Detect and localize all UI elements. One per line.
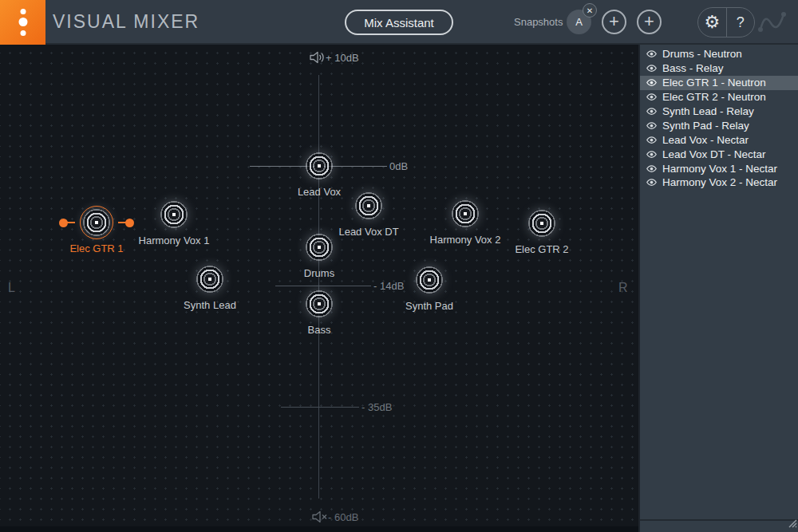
mixer-puck-bass[interactable] [306,290,333,317]
track-row-label: Elec GTR 2 - Neutron [662,91,766,103]
mixer-puck-synth-pad[interactable] [416,266,443,294]
puck-label: Elec GTR 2 [478,243,606,255]
track-row-elec-gtr-2[interactable]: Elec GTR 2 - Neutron [640,90,798,104]
puck-label: Synth Pad [365,300,493,312]
mixer-stage[interactable]: + 10dB 0dB - 14dB - 35dB - 60dB L R Lead… [0,45,638,532]
window-resize-grip[interactable] [786,517,797,531]
axis-label-0db: 0dB [389,160,408,172]
track-row-label: Bass - Relay [662,62,724,74]
snapshots-label: Snapshots [514,0,563,43]
volume-axis-line [318,75,319,499]
eye-icon[interactable] [646,136,658,144]
add-snapshot-button-1[interactable]: + [602,10,626,34]
track-row-lead-vox[interactable]: Lead Vox - Nectar [640,132,798,147]
track-row-label: Synth Pad - Relay [662,120,749,132]
pan-left-label: L [8,281,15,295]
gear-icon[interactable]: ⚙ [698,8,726,37]
track-row-drums[interactable]: Drums - Neutron [640,47,798,61]
top-bar: VISUAL MIXER Mix Assistant Snapshots A ✕… [0,0,798,45]
add-snapshot-button-2[interactable]: + [637,10,662,34]
eye-icon[interactable] [646,93,658,101]
mixer-puck-elec-gtr-1[interactable] [83,209,110,236]
snapshot-a-close-icon[interactable]: ✕ [583,3,597,18]
eye-icon[interactable] [646,164,658,173]
puck-label: Bass [255,324,383,336]
izotope-logo [0,0,45,45]
mixer-puck-elec-gtr-2[interactable] [528,210,555,237]
track-list-sidebar: Drums - Neutron Bass - Relay Elec GTR 1 … [638,45,798,532]
window-bottom-edge [0,526,638,532]
track-row-label: Harmony Vox 2 - Nectar [662,176,777,188]
mix-assistant-button[interactable]: Mix Assistant [345,10,453,35]
sidebar-footer-divider [640,519,798,521]
eye-icon[interactable] [646,107,658,116]
eye-icon[interactable] [646,64,658,73]
track-row-label: Lead Vox DT - Nectar [662,148,766,160]
track-row-elec-gtr-1-selected[interactable]: Elec GTR 1 - Neutron [640,76,798,90]
track-row-synth-pad[interactable]: Synth Pad - Relay [640,118,798,132]
track-row-synth-lead[interactable]: Synth Lead - Relay [640,104,798,119]
track-row-label: Synth Lead - Relay [662,105,754,117]
track-row-harmony-vox-2[interactable]: Harmony Vox 2 - Nectar [640,175,798,190]
eye-icon[interactable] [646,178,658,187]
track-row-label: Harmony Vox 1 - Nectar [662,163,777,175]
track-row-label: Drums - Neutron [662,48,742,60]
puck-label-selected: Elec GTR 1 [33,242,160,254]
minus35-db-gridline [281,407,359,408]
page-title: VISUAL MIXER [53,0,200,43]
speaker-loud-icon [309,51,326,67]
axis-label-top: + 10dB [326,52,359,64]
mixer-puck-synth-lead[interactable] [196,266,223,293]
track-row-label: Elec GTR 1 - Neutron [662,77,766,89]
axis-label-bottom: - 60dB [328,511,358,523]
mixer-puck-harmony-vox-2[interactable] [452,200,479,227]
mixer-puck-lead-vox[interactable] [306,152,333,179]
pan-width-handle-left[interactable] [59,219,68,227]
pan-width-handle-right[interactable] [125,219,134,227]
eye-icon[interactable] [646,49,658,58]
eye-icon[interactable] [646,78,658,87]
mixer-puck-lead-vox-dt[interactable] [355,192,382,219]
track-row-label: Lead Vox - Nectar [662,134,749,146]
mixer-puck-drums[interactable] [306,234,333,261]
axis-label-minus35db: - 35dB [361,401,392,413]
track-row-harmony-vox-1[interactable]: Harmony Vox 1 - Nectar [640,161,798,175]
puck-label: Synth Lead [146,299,274,311]
settings-help-group: ⚙ ? [697,7,755,37]
track-list: Drums - Neutron Bass - Relay Elec GTR 1 … [640,47,798,190]
mixer-puck-harmony-vox-1[interactable] [160,201,188,228]
speaker-mute-icon [311,510,329,526]
pan-right-label: R [618,281,628,295]
help-button[interactable]: ? [726,8,755,37]
puck-label: Drums [255,267,383,279]
axis-label-minus14db: - 14dB [373,280,404,292]
interplugin-signal-icon[interactable] [755,7,792,41]
eye-icon[interactable] [646,150,658,159]
track-row-bass[interactable]: Bass - Relay [640,61,798,76]
minus14-db-gridline [275,286,371,286]
eye-icon[interactable] [646,121,658,130]
track-row-lead-vox-dt[interactable]: Lead Vox DT - Nectar [640,147,798,161]
